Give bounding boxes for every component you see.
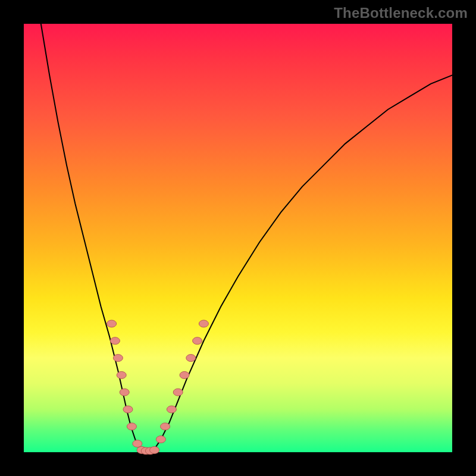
marker-dot — [123, 406, 133, 413]
marker-dot — [117, 371, 126, 378]
chart-frame — [24, 24, 452, 452]
marker-dot — [161, 423, 170, 430]
marker-dot — [110, 337, 120, 345]
marker-dot — [120, 389, 129, 396]
marker-dot — [127, 423, 136, 430]
marker-dot — [199, 320, 208, 327]
marker-dot — [180, 371, 189, 378]
marker-dot — [150, 446, 159, 453]
marker-dot — [186, 355, 196, 362]
chart-svg — [24, 24, 452, 452]
marker-dot — [173, 389, 183, 396]
marker-dot — [156, 436, 165, 443]
marker-dot — [193, 337, 202, 345]
watermark-text: TheBottleneck.com — [334, 5, 468, 21]
marker-dot — [167, 406, 176, 413]
marker-dot — [107, 320, 117, 327]
marker-dot — [113, 355, 123, 362]
curve-right — [152, 75, 452, 452]
curve-left — [41, 24, 144, 452]
marker-dot — [133, 440, 142, 447]
